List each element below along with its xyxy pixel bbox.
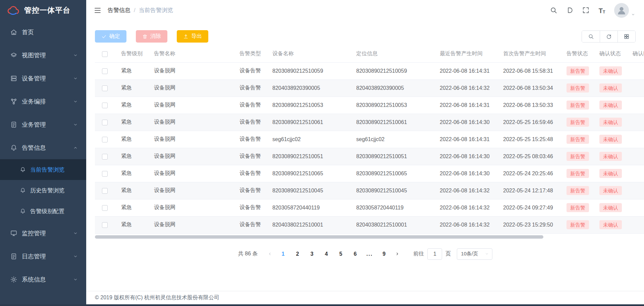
table-cell: 设备脱网 (154, 79, 239, 97)
goto-page-input[interactable] (427, 248, 442, 260)
page-size-select[interactable]: 10条/页 (457, 248, 492, 260)
table-cell (633, 148, 644, 165)
row-checkbox[interactable] (102, 222, 108, 228)
sidebar-item[interactable]: 首页 (0, 20, 86, 44)
table-cell: 设备脱网 (154, 199, 239, 216)
confirm-button[interactable]: 确定 (95, 30, 126, 43)
sidebar-item[interactable]: 视图管理 (0, 44, 86, 67)
table-cell: 2022-05-24 12:17:48 (503, 182, 567, 199)
sidebar-item[interactable]: 业务管理 (0, 113, 86, 136)
footer: © 2019 版权所有(C) 杭州初灵信息技术股份有限公司 (86, 291, 644, 304)
next-page-button[interactable] (391, 247, 403, 261)
alarm-status-badge: 新告警 (567, 66, 589, 75)
sidebar-item[interactable]: 告警信息 (0, 136, 86, 159)
table-cell (633, 114, 644, 131)
table-cell: seg61cjjc02 (356, 131, 440, 148)
alarm-status-badge: 新告警 (567, 152, 589, 161)
alarm-status-badge: 新告警 (567, 118, 589, 127)
sidebar-item[interactable]: 业务编排 (0, 90, 86, 113)
table-cell: 82030890212510061 (272, 114, 356, 131)
confirm-status-badge: 未确认 (599, 118, 622, 127)
chevron-down-icon (73, 231, 78, 236)
scrollbar-thumb[interactable] (95, 235, 543, 239)
table-cell (633, 62, 644, 79)
font-size-icon[interactable]: TT (598, 6, 606, 14)
prev-page-button[interactable] (264, 247, 276, 261)
table-cell: 2022-06-08 15:58:31 (503, 62, 567, 79)
row-checkbox[interactable] (102, 103, 108, 108)
export-button[interactable]: 导出 (177, 30, 208, 43)
table-cell (633, 182, 644, 199)
chevron-down-icon (73, 122, 78, 127)
sidebar-item[interactable]: 日志管理 (0, 245, 86, 268)
confirm-status-badge: 未确认 (599, 203, 622, 212)
sidebar-item-label: 业务管理 (22, 121, 46, 129)
table-cell: 82030890212510045 (272, 182, 356, 199)
table-cell: 82040380212510001 (356, 216, 440, 233)
sidebar: 管控一体平台 首页视图管理设备管理业务编排业务管理告警信息当前告警浏览历史告警浏… (0, 0, 86, 306)
table-row: 紧急设备脱网设备告警820403802125100018204038021251… (95, 216, 644, 233)
avatar (614, 3, 629, 18)
row-checkbox[interactable] (102, 137, 108, 142)
table-cell: 设备告警 (239, 114, 272, 131)
collapse-sidebar-button[interactable] (94, 6, 102, 14)
page-number-button[interactable]: 4 (319, 247, 333, 261)
fullscreen-icon[interactable] (582, 6, 590, 14)
alarm-status-badge: 新告警 (567, 203, 589, 212)
table-cell: 2022-06-08 16:14:32 (440, 79, 503, 97)
sidebar-item[interactable]: 监控管理 (0, 222, 86, 245)
export-button-label: 导出 (191, 33, 202, 40)
logo-text: 管控一体平台 (24, 5, 70, 15)
page-size-value: 10条/页 (461, 251, 478, 257)
table-cell: 设备脱网 (154, 114, 239, 131)
page-number-button[interactable]: 1 (276, 247, 290, 261)
sidebar-item-label: 首页 (22, 28, 34, 36)
clear-button[interactable]: 消除 (136, 30, 167, 43)
page-number-button[interactable]: 3 (305, 247, 319, 261)
more-pages-button[interactable]: ... (362, 247, 377, 261)
table-cell: 设备告警 (239, 131, 272, 148)
page-number-button[interactable]: 6 (348, 247, 362, 261)
sidebar-item[interactable]: 设备管理 (0, 67, 86, 90)
docs-icon[interactable] (566, 6, 574, 14)
column-header: 确认时间 (633, 46, 644, 62)
trash-icon (142, 34, 148, 39)
table-cell: 2022-06-08 16:14:32 (440, 199, 503, 216)
horizontal-scrollbar (95, 235, 644, 239)
confirm-status-badge: 未确认 (599, 186, 622, 195)
row-checkbox[interactable] (102, 85, 108, 91)
row-checkbox[interactable] (102, 171, 108, 177)
bell-icon (10, 144, 17, 151)
table-cell: 2022-06-08 16:14:32 (440, 182, 503, 199)
page-number-button[interactable]: 2 (290, 247, 305, 261)
row-checkbox[interactable] (102, 205, 108, 211)
table-cell: 2022-05-25 08:03:46 (503, 148, 567, 165)
clear-button-label: 消除 (150, 33, 161, 40)
search-icon[interactable] (550, 6, 557, 14)
row-checkbox[interactable] (102, 68, 108, 74)
table-search-button[interactable] (582, 31, 600, 42)
toolbar: 确定 消除 导出 (95, 30, 644, 43)
sidebar-subitem[interactable]: 历史告警浏览 (0, 180, 86, 201)
page-number-button[interactable]: 5 (333, 247, 348, 261)
sidebar-item[interactable]: 系统信息 (0, 268, 86, 291)
sidebar-subitem[interactable]: 告警级别配置 (0, 201, 86, 222)
page-number-button[interactable]: 9 (377, 247, 391, 261)
confirm-status-badge: 未确认 (599, 220, 622, 229)
sidebar-subitem[interactable]: 当前告警浏览 (0, 159, 86, 180)
table-columns-button[interactable] (618, 31, 635, 42)
jump-label-suffix: 页 (445, 250, 451, 257)
logo[interactable]: 管控一体平台 (0, 0, 86, 20)
chevron-down-icon (73, 254, 78, 259)
table-refresh-button[interactable] (600, 31, 618, 42)
row-checkbox[interactable] (102, 154, 108, 160)
row-checkbox[interactable] (102, 120, 108, 125)
row-checkbox[interactable] (102, 188, 108, 194)
table-cell: 2022-06-08 16:14:32 (440, 216, 503, 233)
breadcrumb-item[interactable]: 告警信息 (108, 6, 130, 14)
table-cell: 2022-05-25 16:59:46 (503, 114, 567, 131)
user-menu[interactable] (614, 3, 635, 18)
select-all-checkbox[interactable] (102, 51, 108, 57)
table-cell (633, 199, 644, 216)
table-cell: 8204038920390005 (272, 79, 356, 97)
